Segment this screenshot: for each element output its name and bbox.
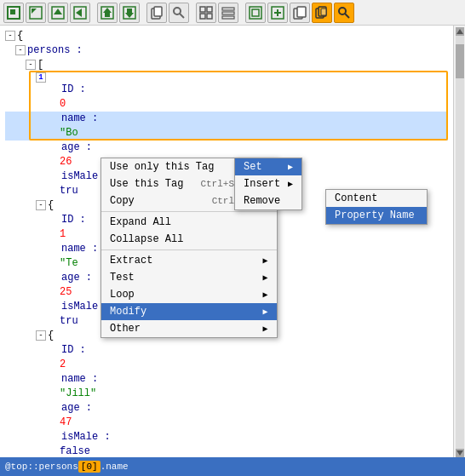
ctx-sep-2: [101, 249, 277, 250]
tree-item0-age: age :: [5, 141, 448, 155]
toolbar-list-btn[interactable]: [218, 3, 238, 23]
submenu-content-label: Content: [335, 192, 377, 204]
svg-marker-39: [456, 450, 463, 456]
svg-rect-19: [207, 7, 212, 12]
ctx-extract[interactable]: Extract ▶: [101, 252, 277, 269]
ctx-loop-arrow: ▶: [263, 290, 268, 300]
ctx-test-label: Test: [110, 272, 135, 284]
ctx-extract-arrow: ▶: [263, 255, 268, 266]
submenu-property-name-item[interactable]: Property Name: [326, 207, 427, 224]
toolbar-arrow-btn[interactable]: [26, 3, 46, 23]
toolbar: [0, 0, 465, 26]
status-bar: @top::persons[0].name: [0, 457, 465, 476]
toolbar-move-down-btn[interactable]: [119, 3, 140, 23]
main-area: - { - persons : - [ 1 ID :: [0, 26, 465, 457]
tree-item0-id: ID :: [5, 83, 448, 97]
toolbar-move-up-btn[interactable]: [97, 3, 118, 23]
tree-item0-name[interactable]: name :: [5, 112, 448, 126]
ctx-test[interactable]: Test ▶: [101, 269, 277, 286]
ctx-sep-1: [101, 211, 277, 212]
ctx-collapse-all[interactable]: Collapse All: [101, 231, 277, 248]
scroll-down-btn[interactable]: [456, 449, 464, 457]
svg-rect-13: [127, 9, 132, 13]
toolbar-zoom-btn[interactable]: [334, 3, 354, 23]
ctx-collapse-all-label: Collapse All: [110, 233, 183, 245]
toolbar-add-node-btn[interactable]: [267, 3, 288, 23]
toolbar-search-btn[interactable]: [169, 3, 189, 23]
tree-item2-age-val: 47: [5, 416, 448, 430]
scroll-thumb[interactable]: [456, 44, 464, 78]
expand-item1[interactable]: -: [36, 200, 46, 210]
ctx-expand-all-label: Expand All: [110, 216, 171, 228]
submenu-remove-item[interactable]: Remove: [235, 192, 301, 209]
ctx-modify[interactable]: Modify ▶: [101, 303, 277, 320]
svg-rect-15: [154, 7, 162, 16]
submenu-insert-item[interactable]: Insert ▶: [235, 175, 301, 192]
svg-rect-10: [105, 13, 110, 17]
toolbar-frame-btn[interactable]: [245, 3, 266, 23]
svg-marker-7: [76, 9, 82, 17]
svg-rect-25: [250, 7, 261, 19]
ctx-expand-all[interactable]: Expand All: [101, 214, 277, 231]
scrollbar[interactable]: [453, 26, 465, 457]
ctx-other-label: Other: [110, 323, 141, 335]
submenu-insert-arrow: ▶: [288, 179, 293, 189]
submenu-content-item[interactable]: Content: [326, 190, 427, 207]
submenu-set: Set ▶ Insert ▶ Remove: [234, 158, 302, 210]
toolbar-select-left-btn[interactable]: [70, 3, 90, 23]
tree-root-line: - {: [5, 29, 448, 43]
tree-area[interactable]: - { - persons : - [ 1 ID :: [0, 26, 453, 457]
svg-rect-20: [200, 14, 205, 19]
ctx-loop[interactable]: Loop ▶: [101, 286, 277, 303]
svg-rect-22: [222, 8, 234, 10]
ctx-extract-label: Extract: [110, 255, 152, 267]
toolbar-copy-doc-btn[interactable]: [146, 3, 167, 23]
svg-marker-5: [54, 9, 62, 14]
svg-marker-12: [125, 13, 134, 18]
svg-rect-24: [222, 16, 234, 19]
ctx-other[interactable]: Other ▶: [101, 320, 277, 337]
submenu-set-label: Set: [244, 161, 262, 173]
svg-rect-18: [200, 7, 205, 12]
tree-item2-name: name :: [5, 372, 448, 387]
ctx-copy-label: Copy: [110, 195, 135, 207]
submenu-right: Content Property Name: [325, 189, 428, 225]
ctx-modify-label: Modify: [110, 306, 146, 318]
toolbar-clone-btn[interactable]: [290, 3, 310, 23]
toolbar-grid-btn[interactable]: [196, 3, 216, 23]
toolbar-select-box-btn[interactable]: [3, 3, 24, 23]
expand-persons[interactable]: -: [15, 45, 26, 55]
tree-item0-id-val: 0: [5, 97, 448, 112]
tree-item0-open: 1: [5, 72, 448, 83]
svg-marker-38: [456, 29, 463, 34]
tree-item2-name-val: "Jill": [5, 387, 448, 401]
tree-item2-id: ID :: [5, 343, 448, 358]
ctx-modify-arrow: ▶: [263, 307, 268, 317]
tree-item0-name-val: "Bo: [5, 126, 448, 141]
status-highlight: [0]: [78, 461, 100, 473]
tree-item2-id-val: 2: [5, 358, 448, 372]
ctx-other-arrow: ▶: [263, 324, 268, 334]
svg-marker-9: [103, 8, 112, 13]
tree-item2-ismale-val: false: [5, 444, 448, 457]
expand-item2[interactable]: -: [36, 330, 46, 341]
ctx-loop-label: Loop: [110, 289, 135, 301]
tree-persons-bracket: - [: [5, 58, 448, 72]
status-text-suffix: .name: [100, 462, 129, 472]
expand-root[interactable]: -: [5, 31, 15, 41]
expand-item0[interactable]: 1: [36, 72, 46, 83]
svg-rect-26: [252, 9, 259, 16]
ctx-use-only-tag-label: Use only this Tag: [110, 161, 214, 173]
submenu-set-item[interactable]: Set ▶: [235, 158, 301, 175]
submenu-property-name-label: Property Name: [335, 209, 415, 221]
svg-point-16: [174, 8, 181, 14]
svg-rect-21: [207, 14, 212, 19]
expand-persons-arr[interactable]: -: [26, 60, 36, 70]
scroll-track[interactable]: [456, 36, 464, 449]
svg-rect-23: [222, 12, 234, 14]
ctx-use-tag-label: Use this Tag: [110, 178, 183, 190]
svg-line-17: [180, 14, 184, 18]
toolbar-multi-copy-btn[interactable]: [312, 3, 332, 23]
toolbar-select-up-btn[interactable]: [48, 3, 68, 23]
scroll-up-btn[interactable]: [456, 27, 464, 36]
